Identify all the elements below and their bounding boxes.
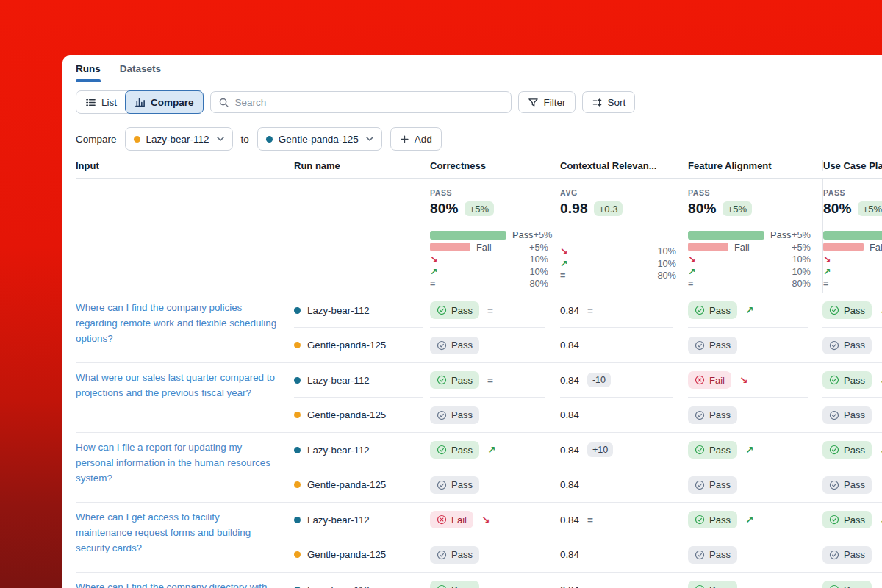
add-run-button[interactable]: Add — [390, 127, 442, 151]
legend-pass-bar — [823, 231, 882, 240]
run-row-baseline[interactable]: Lazy-bear-112 — [294, 503, 423, 537]
runs-panel: Runs Datasets List Compare Search — [62, 55, 882, 588]
equals-icon — [688, 279, 700, 289]
legend-pass-label: Pass — [512, 229, 533, 240]
input-question-link[interactable]: Where can I find the company directory w… — [76, 581, 268, 588]
run-row-comparison[interactable]: Gentle-panda-125 — [294, 328, 430, 362]
result-badge: Pass — [430, 546, 479, 564]
check-circle-icon — [695, 480, 705, 490]
run-row-baseline[interactable]: Lazy-bear-112 — [294, 363, 423, 398]
run-color-dot — [294, 517, 301, 523]
table-row-group: What were our sales last quarter compare… — [76, 363, 882, 433]
equals-icon — [823, 279, 835, 289]
result-badge: Pass — [688, 546, 737, 564]
run-row-baseline[interactable]: Lazy-bear-112 — [294, 573, 423, 588]
comparison-run-select[interactable]: Gentle-panda-125 — [257, 127, 382, 151]
check-circle-icon — [437, 375, 447, 385]
legend-value: 10% — [529, 266, 548, 277]
tab-bar: Runs Datasets — [62, 55, 882, 82]
filter-button[interactable]: Filter — [518, 91, 576, 113]
check-circle-icon — [829, 445, 839, 455]
trend-down-icon — [823, 254, 835, 265]
tab-datasets[interactable]: Datasets — [120, 55, 161, 82]
trend-up-icon — [560, 258, 572, 269]
delta-indicator: +10 — [587, 442, 613, 457]
input-question-link[interactable]: How can I file a report for updating my … — [76, 442, 270, 484]
contextual-relevance-cell: 0.84 = 0.84 — [560, 293, 688, 362]
search-input[interactable]: Search — [210, 91, 512, 113]
tab-runs[interactable]: Runs — [76, 55, 101, 82]
desktop-background: Runs Datasets List Compare Search — [0, 0, 882, 588]
legend-fail-bar — [688, 243, 728, 251]
result-badge: Pass — [430, 337, 479, 354]
run-row-comparison[interactable]: Gentle-panda-125 — [294, 398, 430, 432]
input-question-link[interactable]: What were our sales last quarter compare… — [76, 372, 275, 398]
result-badge: Pass — [688, 581, 737, 588]
input-question-link[interactable]: Where can I get access to facility maint… — [76, 512, 251, 553]
contextual-relevance-cell: 0.84 0.84 — [560, 573, 688, 588]
delta-indicator: ↗ — [745, 304, 753, 316]
delta-indicator: = — [487, 375, 493, 386]
legend-fail-label: Fail — [476, 242, 492, 253]
summary-metric-value: 80% — [688, 201, 717, 217]
legend-pass-label: Pass — [770, 229, 791, 240]
legend-value: 80% — [792, 278, 811, 289]
result-badge: Pass — [822, 581, 872, 588]
check-circle-icon — [695, 550, 705, 560]
delta-indicator: ↗ — [745, 514, 753, 526]
summary-contextual-relevance: AVG 0.98 +0.3 10% 10% 80% — [560, 179, 688, 293]
column-header-contextual-relevance[interactable]: Contextual Relevan... — [560, 160, 688, 171]
check-circle-icon — [437, 410, 447, 420]
feature-alignment-cell: Pass ↗ Pass — [688, 293, 822, 362]
feature-alignment-cell: Pass ↗ Pass — [688, 503, 822, 572]
result-badge: Pass — [430, 301, 479, 319]
check-circle-icon — [829, 514, 839, 525]
legend-value: 80% — [657, 270, 676, 281]
run-row-baseline[interactable]: Lazy-bear-112 — [294, 293, 423, 328]
summary-row: PASS 80% +5% Pass+5% Fail+5% 10% 10% 80%… — [76, 179, 882, 293]
plus-icon — [400, 135, 409, 144]
compare-view-button[interactable]: Compare — [125, 90, 204, 114]
run-row-baseline[interactable]: Lazy-bear-112 — [294, 433, 423, 467]
summary-input-spacer — [76, 179, 294, 293]
check-circle-icon — [695, 445, 705, 455]
run-row-comparison[interactable]: Gentle-panda-125 — [294, 537, 430, 572]
input-cell: What were our sales last quarter compare… — [76, 363, 294, 432]
summary-metric-label: PASS — [430, 188, 560, 197]
result-badge: Pass — [822, 441, 872, 459]
score-value: 0.84 — [560, 375, 579, 386]
summary-delta-badge: +5% — [858, 201, 882, 216]
result-badge: Pass — [688, 476, 737, 494]
column-header-feature-alignment[interactable]: Feature Alignment — [688, 160, 822, 171]
column-header-input[interactable]: Input — [76, 160, 294, 171]
x-circle-icon — [695, 375, 705, 385]
table-row-group: How can I file a report for updating my … — [76, 433, 882, 503]
list-view-button[interactable]: List — [76, 91, 126, 113]
use-case-cell: Pass ↗ Pass — [822, 433, 882, 502]
use-case-cell: Pass ↗ Pass — [822, 293, 882, 362]
baseline-run-select[interactable]: Lazy-bear-112 — [125, 127, 233, 151]
run-row-comparison[interactable]: Gentle-panda-125 — [294, 467, 430, 502]
delta-indicator: ↗ — [487, 444, 495, 456]
legend-pass-bar — [688, 231, 764, 240]
column-header-use-case[interactable]: Use Case Pla — [822, 160, 882, 171]
search-placeholder: Search — [235, 97, 267, 108]
table-header-row: Input Run name Correctness Contextual Re… — [76, 160, 882, 179]
filter-funnel-icon — [528, 97, 539, 108]
result-badge: Pass — [430, 406, 479, 424]
input-question-link[interactable]: Where can I find the company policies re… — [76, 302, 276, 344]
summary-metric-value: 80% — [823, 201, 852, 217]
equals-icon — [430, 279, 442, 289]
column-header-run-name[interactable]: Run name — [294, 160, 430, 171]
column-header-correctness[interactable]: Correctness — [430, 160, 560, 171]
legend-value: 10% — [657, 245, 676, 257]
trend-up-icon — [430, 266, 442, 277]
run-color-dot — [294, 307, 301, 314]
check-circle-icon — [437, 550, 447, 560]
sort-button[interactable]: Sort — [582, 91, 636, 113]
summary-metric-label: PASS — [688, 188, 822, 197]
check-circle-icon — [437, 584, 447, 588]
summary-metric-label: PASS — [823, 188, 882, 197]
contextual-relevance-cell: 0.84 = 0.84 — [560, 503, 688, 572]
run-name-cell: Lazy-bear-112 Gentle-panda-125 — [294, 573, 430, 588]
